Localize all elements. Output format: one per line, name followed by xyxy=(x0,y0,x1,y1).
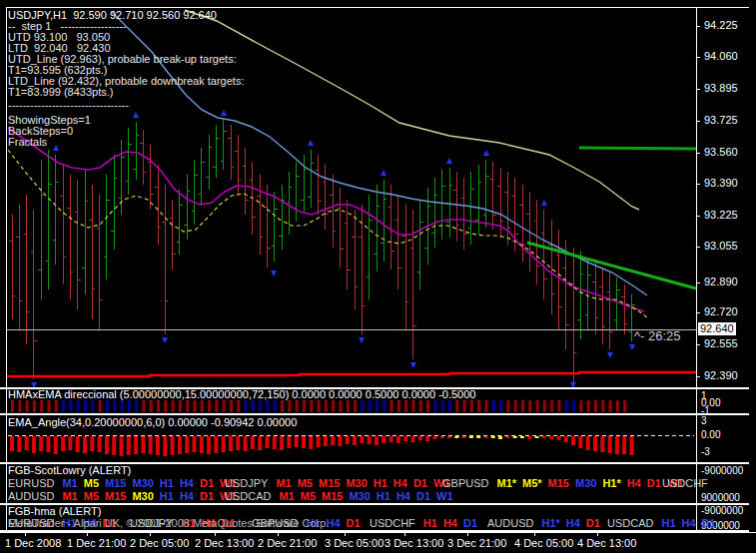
angle-histogram-bar xyxy=(593,436,597,451)
timeframe-signal: M5 xyxy=(84,490,99,502)
pair-alert-group: AUDUSDM1M5M15M30H1H4D1W1 xyxy=(8,491,243,502)
direction-histogram-bar xyxy=(318,400,321,412)
pair-alert-group: GBPUSDM1*M5*M15M30H1*H4D1W1 xyxy=(442,478,689,489)
price-axis-label: 93.390 xyxy=(704,178,738,189)
direction-histogram-bar xyxy=(99,400,102,412)
fractal-down-arrow-icon xyxy=(410,362,416,368)
angle-histogram-bar xyxy=(339,436,343,446)
direction-histogram-bar xyxy=(40,400,43,412)
time-axis-label: 2 Dec 05:00 xyxy=(130,538,189,549)
price-tick xyxy=(696,216,700,217)
timeframe-signal: H1 xyxy=(377,490,390,502)
price-axis-label: 93.225 xyxy=(704,210,738,221)
direction-histogram-bar xyxy=(609,400,612,412)
angle-histogram-bar xyxy=(266,436,270,448)
time-tick xyxy=(25,532,26,536)
direction-histogram-bar xyxy=(361,400,364,412)
direction-histogram-bar xyxy=(347,400,350,412)
direction-histogram-bar xyxy=(121,400,124,412)
timeframe-signal: H4 xyxy=(566,517,580,529)
direction-histogram-bar xyxy=(274,400,277,412)
angle-histogram-bar xyxy=(156,436,160,455)
timeframe-signal: M5 xyxy=(84,477,99,489)
panel-axis-label: -9000000 xyxy=(701,465,743,476)
time-axis-label: 3 Dec 05:00 xyxy=(325,538,383,549)
direction-histogram-bar xyxy=(565,400,568,412)
direction-histogram-bar xyxy=(113,400,116,412)
angle-histogram-bar xyxy=(600,436,604,452)
direction-histogram-bar xyxy=(623,400,626,412)
angle-histogram-bar xyxy=(368,436,372,444)
angle-histogram-bar xyxy=(251,436,255,449)
pair-label: USDCHF xyxy=(370,517,415,529)
angle-histogram-bar xyxy=(39,436,43,451)
direction-histogram-bar xyxy=(558,400,561,412)
angle-histogram-bar xyxy=(498,436,502,439)
direction-histogram-bar xyxy=(616,400,619,412)
price-tick xyxy=(696,184,700,185)
angle-histogram-bar xyxy=(134,436,138,454)
direction-histogram-bar xyxy=(433,400,436,412)
panel-axis-label: 9000000 xyxy=(701,492,740,503)
window-left-border xyxy=(6,7,7,530)
direction-histogram-bar xyxy=(587,400,590,412)
timeframe-signal: H4 xyxy=(393,477,407,489)
price-tick xyxy=(696,89,700,90)
panel-axis-label: -3 xyxy=(701,446,710,457)
timeframe-signal: M5 xyxy=(298,477,313,489)
angle-histogram-bar xyxy=(454,436,458,438)
direction-histogram-bar xyxy=(201,400,204,412)
direction-histogram-bar xyxy=(33,400,36,412)
mt4-chart-window: USDJPY,H1 92.590 92.710 92.560 92.640-- … xyxy=(0,0,756,553)
direction-histogram-bar xyxy=(382,400,385,412)
direction-histogram-bar xyxy=(470,400,473,412)
price-tick xyxy=(696,376,700,377)
angle-histogram-bar xyxy=(61,436,65,451)
timeframe-signal: M30 xyxy=(132,490,153,502)
angle-histogram-bar xyxy=(469,436,473,438)
time-tick xyxy=(597,532,598,536)
direction-histogram-bar xyxy=(18,400,21,412)
direction-histogram-bar xyxy=(223,400,226,412)
timeframe-signal: M1 xyxy=(279,490,294,502)
pair-label: USDCAD xyxy=(607,517,653,529)
comment-line: Fractals xyxy=(8,137,47,148)
fractal-up-arrow-icon xyxy=(541,200,547,206)
price-tick xyxy=(696,344,700,345)
time-tick xyxy=(534,532,535,536)
timeframe-signal: D1 xyxy=(647,477,661,489)
angle-histogram-bar xyxy=(280,436,284,450)
timeframe-signal: H1 xyxy=(423,517,437,529)
time-tick xyxy=(278,532,279,536)
panel-axis-label: 0.00 xyxy=(701,429,720,440)
direction-histogram-bar xyxy=(303,400,306,412)
angle-histogram-bar xyxy=(630,436,634,455)
price-axis-label: 92.720 xyxy=(704,306,738,317)
angle-histogram-bar xyxy=(542,436,546,438)
timeframe-signal: M15 xyxy=(105,477,126,489)
angle-histogram-bar xyxy=(535,436,539,438)
angle-histogram-bar xyxy=(83,436,87,453)
direction-histogram-bar xyxy=(412,400,415,412)
direction-histogram-bar xyxy=(55,400,58,412)
angle-histogram-bar xyxy=(527,436,531,439)
angle-histogram-bar xyxy=(90,436,94,451)
direction-histogram-bar xyxy=(426,400,429,412)
time-tick xyxy=(467,532,468,536)
direction-histogram-bar xyxy=(492,400,495,412)
timeframe-signal: D1 xyxy=(200,490,214,502)
angle-histogram-bar xyxy=(141,436,145,453)
direction-histogram-bar xyxy=(390,400,393,412)
angle-histogram-bar xyxy=(549,436,553,439)
angle-histogram-bar xyxy=(171,436,175,455)
direction-histogram-bar xyxy=(245,400,248,412)
price-tick xyxy=(696,57,700,58)
time-axis-border xyxy=(0,532,756,533)
direction-histogram-bar xyxy=(404,400,407,412)
angle-histogram-bar xyxy=(375,436,378,445)
angle-histogram-bar xyxy=(178,436,182,454)
time-tick xyxy=(150,532,151,536)
pair-alert-group: USDJPYM1M5M15M30H1H4D1W1 xyxy=(225,478,455,489)
pair-label: USDJPY xyxy=(225,477,268,489)
angle-histogram-bar xyxy=(98,436,102,452)
